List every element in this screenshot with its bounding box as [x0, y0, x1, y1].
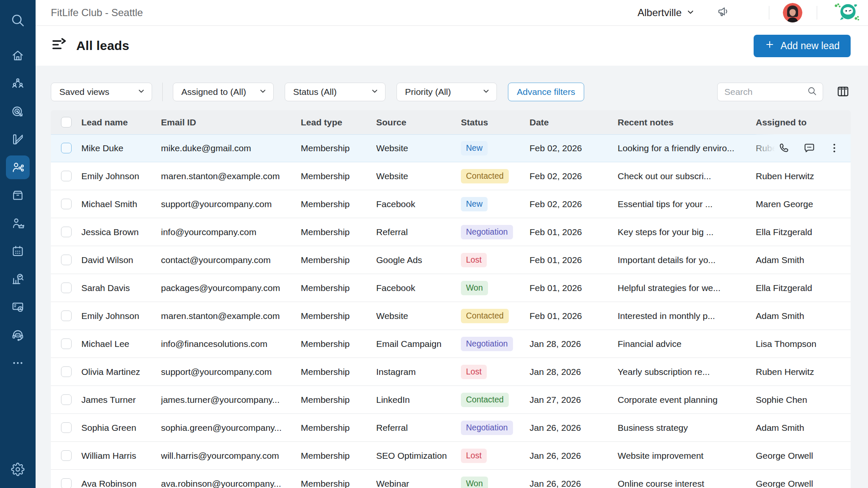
- advance-filters-button[interactable]: Advance filters: [508, 83, 584, 101]
- lead-email: support@yourcompany.com: [161, 199, 301, 209]
- row-checkbox[interactable]: [61, 227, 72, 237]
- column-header: Lead type: [301, 117, 376, 128]
- row-checkbox[interactable]: [61, 283, 72, 293]
- lead-type: Membership: [301, 227, 376, 237]
- assigned-to-dropdown[interactable]: Assigned to (All): [173, 83, 274, 101]
- lead-source: Referral: [376, 423, 461, 433]
- avatar[interactable]: [783, 3, 802, 22]
- sidebar-item-support[interactable]: [4, 321, 32, 349]
- sidebar-search-icon[interactable]: [10, 13, 25, 30]
- sidebar-item-team[interactable]: [4, 69, 32, 97]
- table-row[interactable]: Olivia Martinezsupport@yourcompany.comMe…: [51, 358, 851, 386]
- chevron-down-icon: [259, 87, 266, 97]
- search-input[interactable]: [724, 87, 807, 97]
- lead-type: Membership: [301, 451, 376, 461]
- table-row[interactable]: Michael Smithsupport@yourcompany.comMemb…: [51, 190, 851, 218]
- lead-date: Feb 01, 2026: [530, 311, 618, 321]
- sidebar-item-billing[interactable]: [4, 293, 32, 321]
- search-box: [717, 83, 823, 101]
- status-badge: Contacted: [461, 393, 509, 407]
- sidebar-item-goals[interactable]: [4, 97, 32, 125]
- sidebar-item-home[interactable]: [4, 42, 32, 69]
- content-area: Saved views Assigned to (All) Status (Al…: [36, 66, 868, 488]
- row-checkbox[interactable]: [61, 338, 72, 349]
- lead-email: support@yourcompany.com: [161, 367, 301, 377]
- row-checkbox[interactable]: [61, 366, 72, 377]
- lead-type: Membership: [301, 367, 376, 377]
- lead-email: sophia.green@yourcompany...: [161, 423, 301, 433]
- status-badge: Negotiation: [461, 225, 513, 239]
- lead-name: Ava Robinson: [81, 479, 161, 488]
- message-button[interactable]: [803, 142, 815, 154]
- row-checkbox[interactable]: [61, 311, 72, 321]
- row-checkbox[interactable]: [61, 422, 72, 433]
- chart-search-icon: [6, 267, 30, 291]
- topbar-right: Albertville: [638, 2, 860, 24]
- lead-source: Webinar: [376, 479, 461, 488]
- headset-chat-icon: [6, 323, 30, 347]
- mascot-logo-icon[interactable]: [833, 2, 860, 24]
- table-row[interactable]: Michael Leeinfo@financesolutions.comMemb…: [51, 330, 851, 358]
- sidebar-item-analytics[interactable]: [4, 265, 32, 293]
- table-row[interactable]: Mike Dukemike.duke@gmail.comMembershipWe…: [51, 134, 851, 162]
- call-button[interactable]: [778, 142, 790, 154]
- lead-type: Membership: [301, 143, 376, 153]
- calendar-icon: [6, 239, 30, 263]
- settings-gear-icon[interactable]: [11, 463, 25, 478]
- recent-note: Yearly subscription re...: [618, 367, 756, 377]
- select-all-checkbox[interactable]: [61, 117, 72, 128]
- table-row[interactable]: William Harriswill.harris@yourcompany.co…: [51, 442, 851, 470]
- table-row[interactable]: Sarah Davispackages@yourcompany.comMembe…: [51, 274, 851, 302]
- saved-views-dropdown[interactable]: Saved views: [51, 83, 152, 101]
- sidebar-item-leads[interactable]: [4, 153, 32, 181]
- assigned-to: Adam Smith: [756, 255, 804, 265]
- sidebar-item-calendar[interactable]: [4, 237, 32, 265]
- sidebar-item-design[interactable]: [4, 125, 32, 153]
- workspace-title: FitLife Club - Seattle: [51, 7, 143, 19]
- megaphone-icon[interactable]: [716, 5, 730, 20]
- table-row[interactable]: Sophia Greensophia.green@yourcompany...M…: [51, 414, 851, 442]
- lead-name: Michael Smith: [81, 199, 161, 209]
- assigned-to: George Orwell: [756, 451, 813, 461]
- column-header: Assigned to: [756, 117, 851, 128]
- status-dropdown[interactable]: Status (All): [285, 83, 385, 101]
- table-row[interactable]: Emily Johnsonmaren.stanton@example.comMe…: [51, 162, 851, 190]
- table-row[interactable]: Ava Robinsonava.robinson@yourcompany...M…: [51, 470, 851, 488]
- lead-date: Feb 01, 2026: [530, 283, 618, 293]
- assigned-to: Ruben Herwitz: [756, 171, 814, 181]
- row-checkbox[interactable]: [61, 478, 72, 488]
- assigned-to: Adam Smith: [756, 423, 804, 433]
- table-row[interactable]: James Turnerjames.turner@yourcompany...M…: [51, 386, 851, 414]
- row-checkbox[interactable]: [61, 394, 72, 405]
- assigned-to: Ruben Herwitz: [756, 367, 814, 377]
- add-new-lead-button[interactable]: Add new lead: [754, 35, 851, 57]
- pipeline-selector[interactable]: Albertville: [638, 7, 694, 19]
- row-checkbox[interactable]: [61, 450, 72, 461]
- app-root: FitLife Club - Seattle Albertville: [0, 0, 868, 488]
- sidebar: [0, 0, 36, 488]
- row-checkbox[interactable]: [61, 255, 72, 265]
- row-menu-button[interactable]: [828, 142, 840, 154]
- manage-columns-button[interactable]: [835, 84, 851, 100]
- status-badge: Lost: [461, 365, 487, 379]
- table-row[interactable]: Jessica Browninfo@yourcompany.comMembers…: [51, 218, 851, 246]
- person-crown-icon: [6, 211, 30, 235]
- person-share-icon: [6, 155, 30, 179]
- assigned-to: Ella Fitzgerald: [756, 227, 812, 237]
- main-area: FitLife Club - Seattle Albertville: [36, 0, 868, 488]
- recent-note: Website improvement: [618, 451, 756, 461]
- table-row[interactable]: Emily Johnsonmaren.stanton@example.comMe…: [51, 302, 851, 330]
- priority-dropdown[interactable]: Priority (All): [397, 83, 497, 101]
- sidebar-item-more[interactable]: [4, 349, 32, 377]
- lead-email: mike.duke@gmail.com: [161, 143, 301, 153]
- sidebar-item-products[interactable]: [4, 181, 32, 209]
- lead-email: info@yourcompany.com: [161, 227, 301, 237]
- table-row[interactable]: David Wilsoncontact@yourcompany.comMembe…: [51, 246, 851, 274]
- sidebar-item-clients[interactable]: [4, 209, 32, 237]
- row-checkbox[interactable]: [61, 171, 72, 181]
- lead-type: Membership: [301, 479, 376, 488]
- row-checkbox[interactable]: [61, 199, 72, 209]
- row-checkbox[interactable]: [61, 143, 72, 153]
- target-icon: [6, 100, 30, 123]
- ellipsis-icon: [6, 351, 30, 375]
